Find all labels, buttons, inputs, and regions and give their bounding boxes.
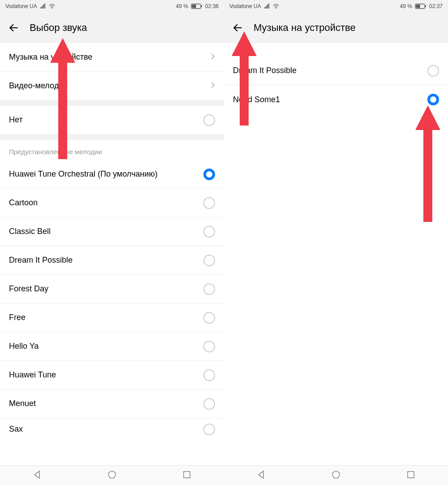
ringtone-label: Forest Day [9,284,48,294]
battery-icon [415,3,426,9]
status-bar: Vodafone UA 49 % 02:37 [224,0,448,13]
radio-unselected-icon [427,65,439,77]
radio-unselected-icon [203,255,215,266]
radio-selected-icon [203,169,215,180]
nav-home-button[interactable] [331,470,341,481]
chevron-right-icon [211,82,215,91]
ringtone-row[interactable]: Dream It Possible [0,246,224,275]
ringtone-label: Huawei Tune Orchestral (По умолчанию) [9,169,158,179]
track-row[interactable]: Need Some1 [224,85,448,114]
ringtone-row[interactable]: Huawei Tune Orchestral (По умолчанию) [0,160,224,189]
wifi-icon [49,3,55,9]
page-title: Музыка на устройстве [254,22,356,34]
back-button[interactable] [8,22,20,34]
radio-unselected-icon [203,226,215,238]
wifi-icon [273,3,279,9]
ringtone-row[interactable]: Menuet [0,390,224,418]
section-header-preinstalled: Предустановленные мелодии [0,140,224,160]
track-label: Need Some1 [233,95,280,104]
ringtone-label: Menuet [9,399,36,408]
radio-unselected-icon [203,312,215,324]
battery-percent: 49 % [400,3,412,9]
radio-unselected-icon [203,341,215,352]
svg-rect-5 [184,472,190,478]
nav-home-button[interactable] [107,470,117,481]
svg-rect-10 [425,5,426,7]
carrier-label: Vodafone UA [229,3,261,9]
nav-recent-button[interactable] [406,470,416,481]
ringtone-label: Huawei Tune [9,370,56,380]
radio-unselected-icon [203,114,215,126]
content-area: Музыка на устройстве Видео-мелодии Нет П… [0,43,224,465]
ringtone-row[interactable]: Classic Bell [0,217,224,246]
ringtone-label: Classic Bell [9,227,51,236]
track-row[interactable]: Dream It Possible [224,56,448,85]
ringtone-row[interactable]: Huawei Tune [0,361,224,390]
page-title: Выбор звука [30,22,87,34]
nav-item-music-on-device[interactable]: Музыка на устройстве [0,43,224,72]
content-area: Dream It Possible Need Some1 [224,43,448,465]
radio-unselected-icon [203,424,215,435]
option-none[interactable]: Нет [0,106,224,134]
screen-music-on-device: Vodafone UA 49 % 02:37 Музыка на устройс… [224,0,448,485]
radio-unselected-icon [203,369,215,381]
ringtone-label: Hello Ya [9,342,39,351]
section-spacer [0,134,224,140]
screen-sound-selection: Vodafone UA 49 % 02:36 Выбор звука Музык… [0,0,224,485]
track-label: Dream It Possible [233,66,297,75]
svg-rect-3 [201,5,202,7]
ringtone-row[interactable]: Forest Day [0,275,224,303]
status-bar: Vodafone UA 49 % 02:36 [0,0,224,13]
ringtone-label: Cartoon [9,198,38,208]
nav-bar [0,465,224,485]
svg-point-11 [332,471,340,478]
svg-point-0 [52,8,52,9]
svg-rect-2 [192,5,196,8]
ringtone-row[interactable]: Cartoon [0,189,224,217]
nav-recent-button[interactable] [182,470,192,481]
radio-unselected-icon [203,398,215,410]
svg-rect-12 [408,472,414,478]
svg-rect-9 [416,5,420,8]
radio-selected-icon [427,94,439,105]
clock: 02:36 [205,3,219,9]
nav-back-button[interactable] [256,470,266,481]
option-label: Нет [9,115,23,125]
svg-point-4 [108,471,116,478]
chevron-right-icon [211,53,215,62]
nav-item-label: Музыка на устройстве [9,52,92,62]
page-header: Музыка на устройстве [224,13,448,43]
ringtone-row[interactable]: Hello Ya [0,332,224,361]
nav-back-button[interactable] [32,470,42,481]
nav-item-label: Видео-мелодии [9,81,68,91]
ringtone-row[interactable]: Free [0,303,224,332]
ringtone-row[interactable]: Sax [0,418,224,436]
page-header: Выбор звука [0,13,224,43]
ringtone-label: Dream It Possible [9,255,73,265]
radio-unselected-icon [203,197,215,209]
carrier-label: Vodafone UA [5,3,37,9]
nav-item-video-melodies[interactable]: Видео-мелодии [0,72,224,100]
back-button[interactable] [232,22,244,34]
nav-bar [224,465,448,485]
ringtone-label: Sax [9,424,23,434]
battery-icon [191,3,202,9]
section-spacer [0,100,224,106]
ringtone-label: Free [9,313,26,322]
signal-icon [264,3,270,9]
signal-icon [40,3,46,9]
clock: 02:37 [429,3,443,9]
radio-unselected-icon [203,283,215,295]
battery-percent: 49 % [176,3,188,9]
svg-point-7 [276,8,276,9]
